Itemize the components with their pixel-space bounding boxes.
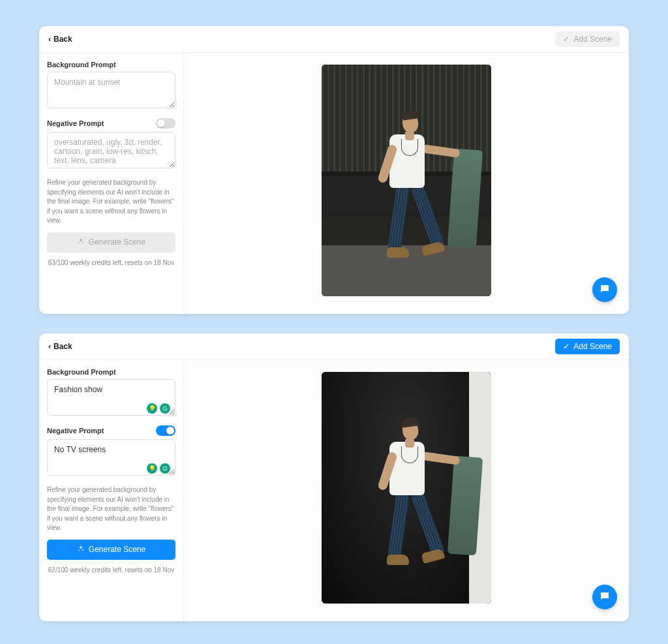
negative-prompt-input[interactable] [47, 132, 175, 168]
credits-remaining: 63/100 weekly credits left, resets on 18… [47, 259, 175, 266]
add-scene-label: Add Scene [573, 35, 612, 44]
editor-panel: ‹BackAdd SceneBackground PromptNegative … [39, 26, 629, 314]
add-scene-button[interactable]: Add Scene [555, 339, 620, 354]
negative-prompt-label: Negative Prompt [47, 427, 104, 435]
chat-icon [599, 590, 611, 604]
preview-canvas [184, 53, 629, 314]
sparkle-icon [77, 238, 85, 247]
back-button[interactable]: ‹Back [48, 342, 72, 351]
add-scene-label: Add Scene [573, 342, 612, 351]
editor-panel: ‹BackAdd SceneBackground Prompt💡GNegativ… [39, 333, 629, 621]
negative-prompt-hint: Refine your generated background by spec… [47, 485, 175, 533]
generate-scene-button[interactable]: Generate Scene [47, 540, 175, 560]
back-label: Back [53, 35, 72, 44]
chat-icon [599, 283, 611, 297]
back-button[interactable]: ‹Back [48, 35, 72, 44]
chevron-left-icon: ‹ [48, 35, 51, 43]
hint-icon[interactable]: 💡 [147, 463, 157, 474]
chat-support-button[interactable] [592, 277, 617, 302]
preview-image[interactable] [322, 372, 491, 604]
negative-prompt-hint: Refine your generated background by spec… [47, 178, 175, 226]
generate-scene-label: Generate Scene [89, 238, 145, 247]
preview-canvas [184, 360, 629, 621]
controls-sidebar: Background PromptNegative PromptRefine y… [39, 53, 184, 314]
generate-scene-button: Generate Scene [47, 232, 175, 253]
negative-prompt-label-row: Negative Prompt [47, 118, 175, 129]
negative-prompt-toggle[interactable] [156, 118, 175, 129]
negative-prompt-label: Negative Prompt [47, 119, 104, 127]
check-icon [563, 35, 569, 44]
back-label: Back [53, 342, 72, 351]
preview-image[interactable] [322, 65, 491, 296]
sparkle-icon [77, 545, 85, 555]
grammarly-icon[interactable]: G [160, 403, 170, 414]
grammarly-icon[interactable]: G [160, 463, 170, 474]
panel-body: Background PromptNegative PromptRefine y… [39, 53, 629, 314]
add-scene-button: Add Scene [555, 31, 620, 47]
credits-remaining: 62/100 weekly credits left, resets on 18… [47, 566, 175, 574]
panel-body: Background Prompt💡GNegative Prompt💡GRefi… [39, 360, 629, 621]
chevron-left-icon: ‹ [48, 343, 51, 350]
negative-prompt-label-row: Negative Prompt [47, 425, 175, 436]
check-icon [563, 342, 569, 351]
negative-prompt-toggle[interactable] [156, 425, 175, 436]
background-prompt-label: Background Prompt [47, 368, 175, 376]
panel-header: ‹BackAdd Scene [39, 26, 629, 53]
background-prompt-input[interactable] [47, 72, 175, 108]
panel-header: ‹BackAdd Scene [39, 333, 629, 360]
chat-support-button[interactable] [592, 585, 617, 609]
generate-scene-label: Generate Scene [89, 545, 145, 554]
controls-sidebar: Background Prompt💡GNegative Prompt💡GRefi… [39, 360, 184, 621]
hint-icon[interactable]: 💡 [147, 403, 157, 414]
background-prompt-label: Background Prompt [47, 61, 175, 69]
